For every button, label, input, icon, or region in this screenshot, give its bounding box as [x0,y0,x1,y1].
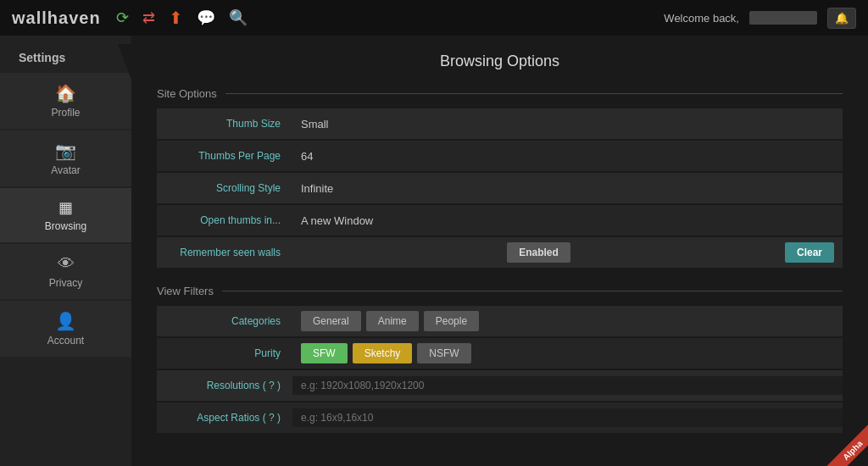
sidebar-item-privacy[interactable]: 👁 Privacy [0,244,131,299]
view-filters-label: View Filters [157,285,214,297]
purity-nsfw-button[interactable]: NSFW [417,343,470,363]
sidebar-item-browsing[interactable]: ▦ Browsing [0,188,131,242]
open-thumbs-row: Open thumbs in... A new Window [157,205,843,236]
purity-sketchy-button[interactable]: Sketchy [353,343,413,363]
purity-label: Purity [157,347,292,359]
view-filters-section: View Filters Categories General Anime Pe… [157,285,843,433]
resolutions-input[interactable] [292,376,843,395]
aspect-ratios-label: Aspect Ratios ( ? ) [157,412,292,424]
sidebar-title: Settings [0,44,131,73]
sidebar-item-account-label: Account [47,335,84,347]
sidebar: Settings 🏠 Profile 📷 Avatar ▦ Browsing 👁… [0,36,131,466]
navbar: wallhaven ⟳ ⇄ ⬆ 💬 🔍 Welcome back, 🔔 [0,0,868,36]
clear-button[interactable]: Clear [785,242,834,263]
view-filters-line [222,291,843,291]
avatar-icon: 📷 [55,141,76,161]
category-general-button[interactable]: General [301,311,361,331]
category-people-button[interactable]: People [424,311,479,331]
bell-icon[interactable]: 🔔 [827,8,856,29]
navbar-right: Welcome back, 🔔 [664,8,856,29]
search-icon[interactable]: 🔍 [229,8,248,27]
thumb-size-row: Thumb Size Small [157,108,843,139]
sidebar-item-browsing-label: Browsing [45,220,86,232]
site-options-section: Site Options Thumb Size Small Thumbs Per… [157,87,843,268]
thumb-size-value: Small [292,113,843,136]
remember-seen-controls: Enabled Clear [292,237,843,268]
scrolling-style-value: Infinite [292,177,843,200]
open-thumbs-label: Open thumbs in... [157,214,292,226]
alpha-badge: Alpha [817,415,868,466]
chat-icon[interactable]: 💬 [197,8,215,27]
thumbs-per-page-row: Thumbs Per Page 64 [157,141,843,171]
site-options-label: Site Options [157,87,217,100]
page-title: Browsing Options [157,53,843,70]
nav-icons: ⟳ ⇄ ⬆ 💬 🔍 [116,8,248,28]
sidebar-item-profile[interactable]: 🏠 Profile [0,73,131,129]
category-buttons: General Anime People [292,306,843,336]
categories-label: Categories [157,315,292,327]
remember-seen-label: Remember seen walls [157,247,292,258]
navbar-left: wallhaven ⟳ ⇄ ⬆ 💬 🔍 [12,8,248,28]
sidebar-item-account[interactable]: 👤 Account [0,301,131,357]
thumbs-per-page-value: 64 [292,145,843,168]
main-layout: Settings 🏠 Profile 📷 Avatar ▦ Browsing 👁… [0,36,868,466]
scrolling-style-row: Scrolling Style Infinite [157,173,843,203]
open-thumbs-value: A new Window [292,209,843,232]
category-btn-group: General Anime People [301,311,834,331]
username [749,11,817,25]
sidebar-item-avatar-label: Avatar [51,164,80,176]
thumb-size-label: Thumb Size [157,118,292,130]
welcome-text: Welcome back, [664,12,739,25]
account-icon: 👤 [55,311,76,331]
aspect-ratios-row: Aspect Ratios ( ? ) [157,402,843,433]
purity-buttons: SFW Sketchy NSFW [292,338,843,369]
shuffle-icon[interactable]: ⇄ [142,8,155,27]
category-anime-button[interactable]: Anime [366,311,419,331]
categories-row: Categories General Anime People [157,306,843,336]
purity-btn-group: SFW Sketchy NSFW [301,343,834,363]
alpha-label: Alpha [826,424,868,466]
sidebar-item-avatar[interactable]: 📷 Avatar [0,130,131,186]
sidebar-item-profile-label: Profile [51,107,80,119]
privacy-icon: 👁 [58,254,75,274]
site-options-line [225,93,843,94]
upload-icon[interactable]: ⬆ [169,8,183,28]
refresh-icon[interactable]: ⟳ [116,8,129,27]
view-filters-header: View Filters [157,285,843,297]
site-options-header: Site Options [157,87,843,100]
sidebar-item-privacy-label: Privacy [49,277,82,289]
content-area: Browsing Options Site Options Thumb Size… [131,36,868,466]
enabled-button[interactable]: Enabled [507,242,570,263]
scrolling-style-label: Scrolling Style [157,182,292,194]
thumbs-per-page-label: Thumbs Per Page [157,150,292,162]
remember-seen-row: Remember seen walls Enabled Clear [157,237,843,268]
logo[interactable]: wallhaven [12,8,101,28]
resolutions-label: Resolutions ( ? ) [157,380,292,391]
resolutions-row: Resolutions ( ? ) [157,370,843,401]
purity-row: Purity SFW Sketchy NSFW [157,338,843,369]
purity-sfw-button[interactable]: SFW [301,343,348,363]
aspect-ratios-input[interactable] [292,408,843,427]
browsing-icon: ▦ [58,198,73,217]
profile-icon: 🏠 [55,83,76,103]
